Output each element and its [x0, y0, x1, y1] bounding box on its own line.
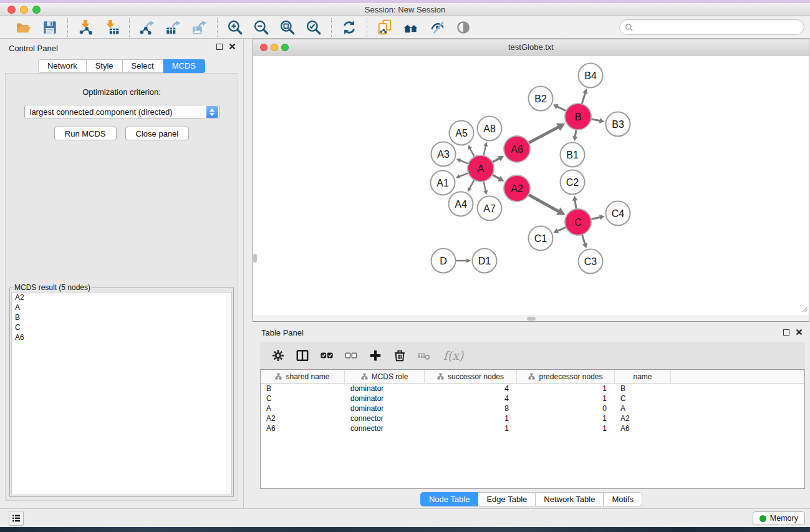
node-B3[interactable]: B3 [606, 112, 630, 137]
cell-predecessor-nodes[interactable]: 1 [517, 414, 615, 423]
cell-name[interactable]: A2 [615, 414, 671, 423]
cell-name[interactable]: B [615, 384, 671, 394]
tab-motifs[interactable]: Motifs [604, 492, 642, 506]
new-network-from-selection-button[interactable] [372, 18, 398, 37]
cell-MCDS-role[interactable]: dominator [345, 394, 425, 404]
edge-A-A1[interactable] [456, 173, 470, 178]
tab-edge-table[interactable]: Edge Table [478, 492, 536, 506]
node-B4[interactable]: B4 [579, 64, 603, 88]
edge-A-A2[interactable] [491, 174, 504, 181]
node-A8[interactable]: A8 [478, 117, 502, 141]
table-row[interactable]: Bdominator41B [261, 384, 804, 394]
node-A2[interactable]: A2 [504, 175, 530, 201]
tab-node-table[interactable]: Node Table [420, 492, 479, 506]
cell-shared-name[interactable]: A6 [261, 423, 345, 433]
result-scrollbar[interactable] [226, 293, 231, 495]
edge-A-A4[interactable] [468, 179, 475, 192]
tab-select[interactable]: Select [123, 59, 163, 73]
cell-MCDS-role[interactable]: connector [345, 423, 425, 433]
edge-B-B4[interactable] [582, 89, 588, 105]
run-mcds-button[interactable]: Run MCDS [54, 127, 117, 140]
column-header-name[interactable]: name [615, 370, 671, 383]
edge-A6-B[interactable] [528, 123, 565, 143]
vertical-scrollbar-thumb[interactable] [253, 254, 257, 263]
node-C1[interactable]: C1 [529, 226, 553, 251]
cell-predecessor-nodes[interactable]: 1 [517, 384, 615, 394]
network-canvas[interactable]: B4B2BB3A8A5A6A3B1AC2A1A2A4A7C4CC1C3DD1 [253, 56, 809, 316]
cell-MCDS-role[interactable]: dominator [345, 404, 425, 414]
result-item[interactable]: C [12, 322, 231, 332]
float-panel-icon[interactable] [216, 44, 223, 50]
column-header-predecessor-nodes[interactable]: predecessor nodes [517, 370, 615, 383]
table-row[interactable]: A6connector11A6 [261, 423, 804, 433]
cell-name[interactable]: A [615, 404, 671, 414]
memory-button[interactable]: Memory [753, 511, 805, 525]
cell-successor-nodes[interactable]: 1 [425, 423, 517, 433]
edge-B-B2[interactable] [553, 104, 567, 112]
edge-A-A7[interactable] [483, 180, 488, 195]
close-panel-button[interactable]: Close panel [125, 127, 190, 140]
select-all-button[interactable] [319, 348, 334, 363]
zoom-fit-button[interactable] [274, 18, 301, 37]
edge-C-C2[interactable] [572, 196, 578, 210]
node-A1[interactable]: A1 [431, 171, 455, 195]
table-row[interactable]: Adominator80A [261, 404, 804, 414]
table-row[interactable]: A2connector11A2 [261, 414, 804, 423]
fx-button[interactable]: f(x) [441, 348, 466, 363]
node-C4[interactable]: C4 [606, 201, 630, 226]
float-table-panel-icon[interactable] [783, 329, 789, 336]
cell-name[interactable]: C [615, 394, 671, 404]
column-header-shared-name[interactable]: shared name [261, 370, 345, 383]
deselect-all-button[interactable] [344, 348, 359, 363]
show-all-button[interactable] [450, 18, 476, 37]
node-C3[interactable]: C3 [579, 249, 603, 274]
node-D1[interactable]: D1 [473, 249, 497, 273]
hide-selected-button[interactable] [424, 18, 450, 37]
column-view-button[interactable] [295, 348, 310, 363]
zoom-in-button[interactable] [222, 18, 248, 37]
cell-predecessor-nodes[interactable]: 0 [517, 404, 615, 414]
result-item[interactable]: A [12, 302, 231, 312]
delete-table-button[interactable] [417, 348, 432, 363]
result-item[interactable]: A2 [12, 293, 231, 302]
node-B[interactable]: B [565, 104, 591, 130]
import-network-button[interactable] [72, 18, 99, 37]
node-B1[interactable]: B1 [561, 143, 585, 167]
node-A3[interactable]: A3 [432, 142, 456, 167]
cell-MCDS-role[interactable]: dominator [345, 384, 425, 394]
task-history-button[interactable] [9, 511, 24, 526]
close-table-panel-icon[interactable] [796, 329, 803, 336]
cell-predecessor-nodes[interactable]: 1 [517, 423, 615, 433]
node-A4[interactable]: A4 [449, 192, 473, 216]
node-C[interactable]: C [565, 209, 591, 235]
delete-column-button[interactable] [392, 348, 407, 363]
export-image-button[interactable] [186, 18, 213, 37]
table-row[interactable]: Cdominator41C [261, 394, 804, 404]
tab-mcds[interactable]: MCDS [163, 59, 205, 73]
zoom-out-button[interactable] [248, 18, 274, 37]
cell-name[interactable]: A6 [615, 423, 671, 433]
tab-network-table[interactable]: Network Table [536, 492, 604, 506]
cell-successor-nodes[interactable]: 4 [425, 394, 517, 404]
node-C2[interactable]: C2 [561, 170, 585, 195]
node-A[interactable]: A [468, 155, 494, 181]
tab-style[interactable]: Style [87, 59, 123, 73]
edge-C-C1[interactable] [553, 227, 567, 234]
criterion-dropdown[interactable]: largest connected component (directed) [24, 105, 219, 119]
result-item[interactable]: A6 [12, 332, 231, 342]
cell-successor-nodes[interactable]: 8 [425, 404, 517, 414]
edge-A-A3[interactable] [456, 158, 470, 164]
save-button[interactable] [37, 18, 63, 37]
resize-grip-icon[interactable] [801, 304, 808, 315]
export-network-button[interactable] [134, 18, 160, 37]
node-A5[interactable]: A5 [450, 121, 474, 145]
edge-A-A5[interactable] [468, 145, 475, 158]
cell-successor-nodes[interactable]: 4 [425, 384, 517, 394]
cell-successor-nodes[interactable]: 1 [425, 414, 517, 423]
zoom-selected-button[interactable] [301, 18, 327, 37]
cell-shared-name[interactable]: C [261, 394, 345, 404]
add-column-button[interactable] [368, 348, 383, 363]
cell-predecessor-nodes[interactable]: 1 [517, 394, 615, 404]
cell-shared-name[interactable]: A [261, 404, 345, 414]
node-B2[interactable]: B2 [529, 87, 553, 111]
